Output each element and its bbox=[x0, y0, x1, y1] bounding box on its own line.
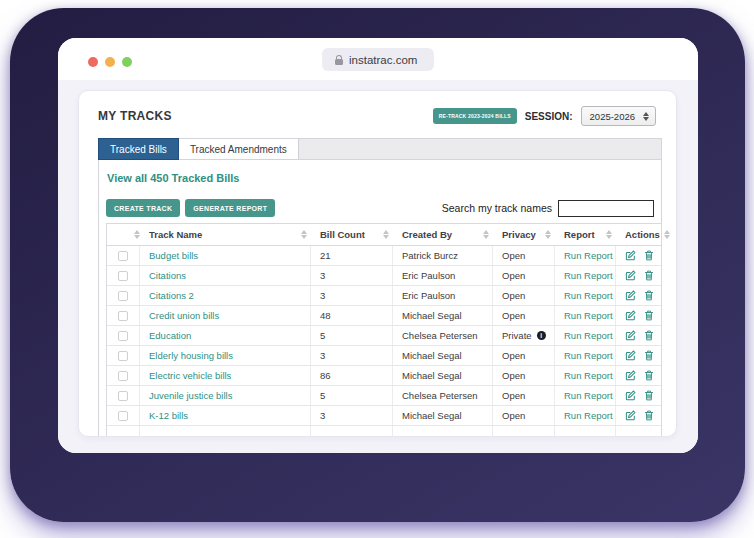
row-checkbox[interactable] bbox=[118, 391, 128, 401]
run-report-link[interactable]: Run Report bbox=[564, 410, 613, 421]
edit-icon[interactable] bbox=[625, 350, 636, 361]
run-report-link[interactable]: Run Report bbox=[564, 370, 613, 381]
row-checkbox[interactable] bbox=[118, 351, 128, 361]
delete-icon[interactable] bbox=[644, 330, 654, 341]
my-tracks-card: MY TRACKS RE-TRACK 2023-2024 BILLS SESSI… bbox=[78, 90, 677, 437]
edit-icon[interactable] bbox=[625, 270, 636, 281]
row-checkbox[interactable] bbox=[118, 371, 128, 381]
browser-window: instatrac.com MY TRACKS RE-TRACK 2023-20… bbox=[58, 38, 698, 453]
bill-count-cell: 21 bbox=[311, 246, 393, 265]
bill-count-cell bbox=[311, 426, 393, 437]
column-header-actions[interactable]: Actions bbox=[616, 224, 662, 245]
row-checkbox[interactable] bbox=[118, 271, 128, 281]
table-header-row: Track NameBill CountCreated ByPrivacyRep… bbox=[107, 224, 661, 246]
delete-icon[interactable] bbox=[644, 250, 654, 261]
bill-count-cell: 5 bbox=[311, 386, 393, 405]
delete-icon[interactable] bbox=[644, 270, 654, 281]
sort-icon bbox=[545, 230, 551, 239]
view-all-tracked-bills-link[interactable]: View all 450 Tracked Bills bbox=[107, 172, 240, 184]
delete-icon[interactable] bbox=[644, 350, 654, 361]
delete-icon[interactable] bbox=[644, 390, 654, 401]
table-row: Juvenile justice bills 5 Chelsea Peterse… bbox=[107, 386, 661, 406]
minimize-window-icon[interactable] bbox=[105, 57, 115, 67]
created-by-cell: Michael Segal bbox=[393, 406, 493, 425]
delete-icon[interactable] bbox=[644, 370, 654, 381]
row-checkbox[interactable] bbox=[118, 311, 128, 321]
column-header-select[interactable] bbox=[107, 224, 140, 245]
tab-tracked-bills[interactable]: Tracked Bills bbox=[98, 138, 179, 160]
search-label: Search my track names bbox=[442, 202, 552, 214]
column-header-privacy[interactable]: Privacy bbox=[493, 224, 555, 245]
run-report-link[interactable]: Run Report bbox=[564, 270, 613, 281]
bill-count-cell: 3 bbox=[311, 286, 393, 305]
toolbar: CREATE TRACK GENERATE REPORT Search my t… bbox=[106, 199, 654, 217]
track-name-link[interactable]: Electric vehicle bills bbox=[149, 370, 231, 381]
sort-icon bbox=[483, 230, 489, 239]
privacy-cell: Openi bbox=[493, 286, 555, 305]
created-by-cell: Chelsea Petersen bbox=[393, 386, 493, 405]
track-name-link[interactable]: Juvenile justice bills bbox=[149, 390, 232, 401]
retrack-bills-button[interactable]: RE-TRACK 2023-2024 BILLS bbox=[433, 108, 517, 124]
privacy-cell: Openi bbox=[493, 246, 555, 265]
edit-icon[interactable] bbox=[625, 390, 636, 401]
track-name-link[interactable]: Citations 2 bbox=[149, 290, 194, 301]
track-name-link[interactable]: Citations bbox=[149, 270, 186, 281]
bill-count-cell: 5 bbox=[311, 326, 393, 345]
session-value: 2025-2026 bbox=[590, 111, 635, 122]
edit-icon[interactable] bbox=[625, 250, 636, 261]
run-report-link[interactable]: Run Report bbox=[564, 310, 613, 321]
run-report-link[interactable]: Run Report bbox=[564, 350, 613, 361]
mockup-stage: instatrac.com MY TRACKS RE-TRACK 2023-20… bbox=[0, 0, 754, 538]
create-track-button[interactable]: CREATE TRACK bbox=[106, 199, 180, 217]
edit-icon[interactable] bbox=[625, 330, 636, 341]
table-row: Citations 2 3 Eric Paulson Openi Run Rep… bbox=[107, 286, 661, 306]
track-name-link[interactable]: Budget bills bbox=[149, 250, 198, 261]
edit-icon[interactable] bbox=[625, 370, 636, 381]
run-report-link[interactable]: Run Report bbox=[564, 290, 613, 301]
sort-icon bbox=[664, 230, 670, 239]
bill-count-cell: 3 bbox=[311, 266, 393, 285]
tab-strip: Tracked BillsTracked Amendments bbox=[98, 138, 662, 160]
track-name-link[interactable]: Credit union bills bbox=[149, 310, 219, 321]
info-icon[interactable]: i bbox=[537, 331, 546, 340]
table-row: Budget bills 21 Patrick Burcz Openi Run … bbox=[107, 246, 661, 266]
maximize-window-icon[interactable] bbox=[122, 57, 132, 67]
table-row: Citations 3 Eric Paulson Openi Run Repor… bbox=[107, 266, 661, 286]
column-header-created-by[interactable]: Created By bbox=[393, 224, 493, 245]
run-report-link[interactable]: Run Report bbox=[564, 390, 613, 401]
tabs-section: Tracked BillsTracked Amendments View all… bbox=[98, 138, 662, 437]
session-select[interactable]: 2025-2026 bbox=[581, 106, 656, 126]
column-header-report[interactable]: Report bbox=[555, 224, 616, 245]
address-bar[interactable]: instatrac.com bbox=[322, 48, 434, 71]
session-label: SESSION: bbox=[525, 111, 573, 122]
tab-tracked-amendments[interactable]: Tracked Amendments bbox=[179, 139, 299, 159]
created-by-cell: Patrick Burcz bbox=[393, 246, 493, 265]
row-checkbox[interactable] bbox=[118, 411, 128, 421]
run-report-link[interactable]: Run Report bbox=[564, 330, 613, 341]
privacy-cell: Openi bbox=[493, 386, 555, 405]
delete-icon[interactable] bbox=[644, 290, 654, 301]
row-checkbox[interactable] bbox=[118, 291, 128, 301]
track-name-link[interactable]: Elderly housing bills bbox=[149, 350, 233, 361]
track-name-link[interactable]: Education bbox=[149, 330, 191, 341]
row-checkbox[interactable] bbox=[118, 251, 128, 261]
delete-icon[interactable] bbox=[644, 310, 654, 321]
search-input[interactable] bbox=[558, 200, 654, 217]
table-row: Elderly housing bills 3 Michael Segal Op… bbox=[107, 346, 661, 366]
delete-icon[interactable] bbox=[644, 410, 654, 421]
column-header-track-name[interactable]: Track Name bbox=[140, 224, 311, 245]
page-background: MY TRACKS RE-TRACK 2023-2024 BILLS SESSI… bbox=[58, 80, 698, 453]
generate-report-button[interactable]: GENERATE REPORT bbox=[185, 199, 275, 217]
track-name-link[interactable]: K-12 bills bbox=[149, 410, 188, 421]
created-by-cell: Chelsea Petersen bbox=[393, 326, 493, 345]
created-by-cell: Eric Paulson bbox=[393, 266, 493, 285]
close-window-icon[interactable] bbox=[88, 57, 98, 67]
column-header-bill-count[interactable]: Bill Count bbox=[311, 224, 393, 245]
run-report-link[interactable]: Run Report bbox=[564, 250, 613, 261]
table-row: Education 5 Chelsea Petersen Privatei Ru… bbox=[107, 326, 661, 346]
edit-icon[interactable] bbox=[625, 310, 636, 321]
row-checkbox[interactable] bbox=[118, 331, 128, 341]
created-by-cell: Michael Segal bbox=[393, 366, 493, 385]
edit-icon[interactable] bbox=[625, 290, 636, 301]
edit-icon[interactable] bbox=[625, 410, 636, 421]
